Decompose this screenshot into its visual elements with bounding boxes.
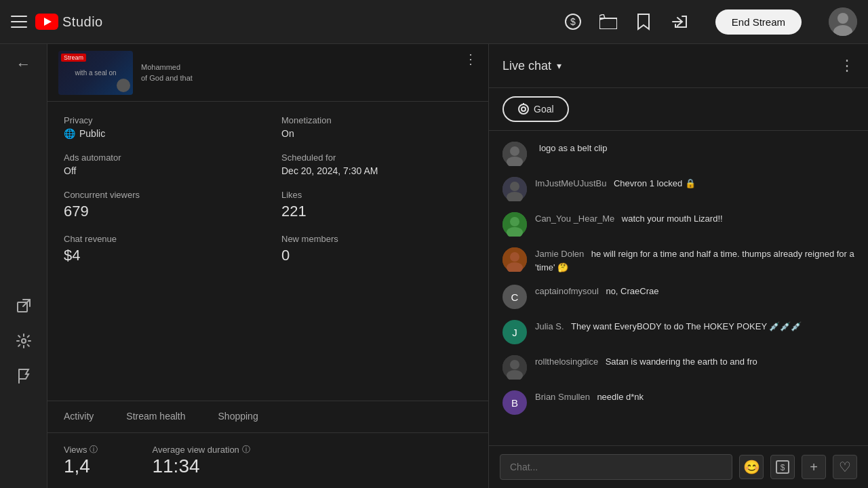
ads-value: Off xyxy=(64,165,254,176)
svg-point-7 xyxy=(837,13,848,24)
chat-message: Jamie Dolen he will reign for a time and… xyxy=(489,242,868,279)
message-username: Jamie Dolen xyxy=(535,249,584,259)
message-text: logo as a belt clip xyxy=(539,143,607,153)
viewers-label: Concurrent viewers xyxy=(64,190,254,200)
views-info-icon[interactable]: ⓘ xyxy=(90,444,98,455)
message-avatar xyxy=(502,142,527,166)
chat-revenue-value: $4 xyxy=(64,247,254,264)
message-avatar xyxy=(502,177,527,201)
stream-badge: Stream xyxy=(61,54,86,62)
tab-stream-health[interactable]: Stream health xyxy=(110,401,201,432)
globe-icon: 🌐 xyxy=(64,128,75,139)
clapper-icon[interactable] xyxy=(599,12,618,31)
studio-label: Studio xyxy=(62,14,103,30)
message-username: captainofmysoul xyxy=(535,286,599,296)
views-stat: Views ⓘ 1,4 xyxy=(64,444,98,477)
end-stream-button[interactable]: End Stream xyxy=(715,9,802,35)
svg-point-10 xyxy=(22,339,26,343)
chat-message: ImJustMeUJustBu Chevron 1 locked 🔒 xyxy=(489,171,868,207)
sidebar-back-icon[interactable]: ← xyxy=(14,55,33,74)
message-text: watch your mouth Lizard!! xyxy=(622,214,723,224)
add-icon[interactable]: + xyxy=(802,455,826,479)
svg-point-11 xyxy=(519,104,528,114)
chat-title[interactable]: Live chat ▾ xyxy=(502,59,561,73)
heart-icon[interactable]: ♡ xyxy=(833,455,857,479)
header-icons: $ End Stream xyxy=(564,7,857,36)
avg-info-icon[interactable]: ⓘ xyxy=(242,444,250,455)
svg-point-21 xyxy=(510,217,519,226)
message-content: rollthelosingdice Satan is wandering the… xyxy=(535,355,854,369)
message-username: rollthelosingdice xyxy=(535,357,598,367)
views-value: 1,4 xyxy=(64,455,98,477)
preview-avatar xyxy=(117,79,130,92)
goal-label: Goal xyxy=(534,104,554,115)
ads-label: Ads automator xyxy=(64,152,254,163)
chat-message: rollthelosingdice Satan is wandering the… xyxy=(489,350,868,385)
svg-point-27 xyxy=(510,360,519,369)
tab-shopping[interactable]: Shopping xyxy=(202,401,275,432)
message-content: Can_You _Hear_Me watch your mouth Lizard… xyxy=(535,212,854,226)
new-members-section: New members 0 xyxy=(281,234,472,264)
center-panel: with a seal on Stream Mohammed of God an… xyxy=(47,44,488,488)
message-avatar: C xyxy=(502,285,527,309)
bottom-stats: Views ⓘ 1,4 Average view duration ⓘ 11:3… xyxy=(47,432,488,488)
ads-section: Ads automator Off xyxy=(64,152,254,176)
views-label: Views ⓘ xyxy=(64,444,98,455)
preview-more-icon[interactable]: ⋮ xyxy=(464,51,477,67)
super-chat-icon[interactable]: $ xyxy=(770,455,795,479)
preview-info: Mohammed of God and that xyxy=(141,63,456,82)
privacy-section: Privacy 🌐 Public xyxy=(64,115,254,139)
chat-more-icon[interactable]: ⋮ xyxy=(840,57,854,75)
chat-message: B Brian Smullen needle d*nk xyxy=(489,385,868,420)
scheduled-label: Scheduled for xyxy=(281,152,472,163)
chat-revenue-section: Chat revenue $4 xyxy=(64,234,254,264)
right-panel: Live chat ▾ ⋮ Goal xyxy=(488,44,868,488)
message-content: logo as a belt clip xyxy=(535,142,854,155)
sidebar-external-icon[interactable] xyxy=(14,296,33,315)
message-text: Chevron 1 locked 🔒 xyxy=(614,178,696,188)
chat-messages[interactable]: logo as a belt clip ImJustMeUJustBu Chev… xyxy=(489,131,868,445)
goal-icon xyxy=(517,103,530,115)
emoji-icon[interactable]: 😊 xyxy=(739,455,764,479)
goal-button[interactable]: Goal xyxy=(502,96,569,122)
privacy-label: Privacy xyxy=(64,115,254,125)
left-sidebar: ← xyxy=(0,44,47,488)
avg-stat: Average view duration ⓘ 11:34 xyxy=(152,444,250,477)
scheduled-section: Scheduled for Dec 20, 2024, 7:30 AM xyxy=(281,152,472,176)
chat-input[interactable] xyxy=(500,454,732,480)
chat-message: Can_You _Hear_Me watch your mouth Lizard… xyxy=(489,207,868,242)
sidebar-settings-icon[interactable] xyxy=(14,331,33,350)
share-icon[interactable] xyxy=(669,12,688,31)
monetization-icon[interactable]: $ xyxy=(564,12,583,31)
likes-section: Likes 221 xyxy=(281,190,472,220)
chat-input-area: 😊 $ + ♡ xyxy=(489,445,868,488)
message-username: Can_You _Hear_Me xyxy=(535,214,614,224)
chat-message: J Julia S. They want EveryBODY to do The… xyxy=(489,314,868,350)
chat-message: logo as a belt clip xyxy=(489,136,868,171)
svg-point-12 xyxy=(521,107,526,111)
message-avatar xyxy=(502,212,527,237)
stats-row: Views ⓘ 1,4 Average view duration ⓘ 11:3… xyxy=(64,444,472,477)
message-avatar: B xyxy=(502,390,527,415)
tab-activity[interactable]: Activity xyxy=(47,401,110,432)
viewers-value: 679 xyxy=(64,203,254,220)
stream-details: Privacy 🌐 Public Monetization On Ads aut… xyxy=(47,102,488,401)
preview-text-lines: Mohammed of God and that xyxy=(141,63,456,82)
message-username: Julia S. xyxy=(535,321,564,331)
chat-header: Live chat ▾ ⋮ xyxy=(489,44,868,88)
hamburger-menu[interactable] xyxy=(11,16,27,28)
new-members-value: 0 xyxy=(281,247,472,264)
message-content: captainofmysoul no, CraeCrae xyxy=(535,285,854,298)
svg-text:$: $ xyxy=(781,463,785,472)
sidebar-flag-icon[interactable] xyxy=(14,367,33,386)
viewers-section: Concurrent viewers 679 xyxy=(64,190,254,220)
avatar[interactable] xyxy=(829,7,857,36)
message-text: They want EveryBODY to do The HOKEY POKE… xyxy=(571,321,802,331)
privacy-value: Public xyxy=(79,128,105,139)
bookmark-icon[interactable] xyxy=(634,12,653,31)
header-left: Studio xyxy=(11,14,564,30)
likes-value: 221 xyxy=(281,203,472,220)
logo: Studio xyxy=(35,14,103,30)
chevron-down-icon: ▾ xyxy=(557,60,561,71)
chat-revenue-label: Chat revenue xyxy=(64,234,254,244)
